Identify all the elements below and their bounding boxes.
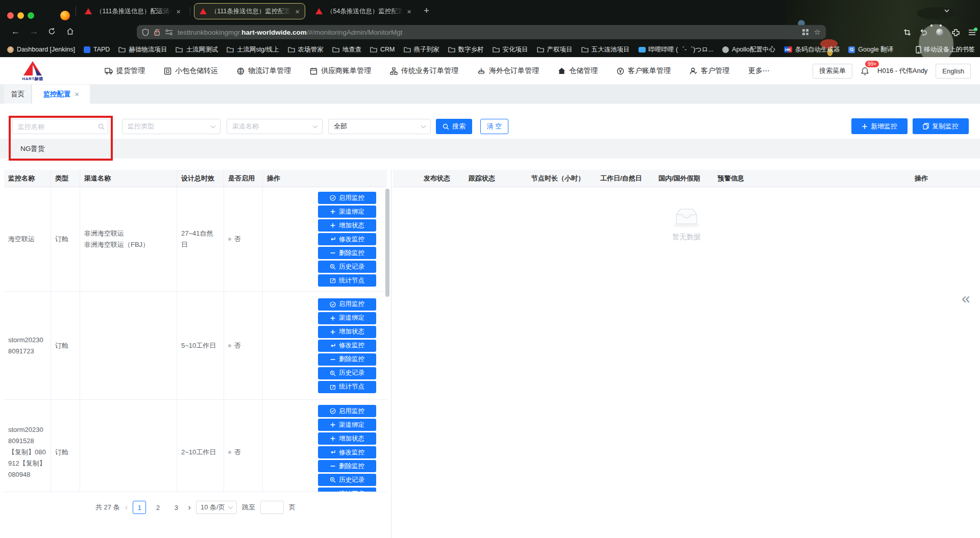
channel-bind-button[interactable]: 渠道绑定 bbox=[318, 419, 376, 431]
jump-to-page-input[interactable] bbox=[260, 501, 284, 514]
menu-hamburger-icon[interactable] bbox=[968, 29, 976, 36]
nav-item-warehouse[interactable]: 仓储管理 bbox=[558, 66, 598, 75]
extension-sphere-icon[interactable] bbox=[936, 29, 943, 36]
nav-item-traditional-orders[interactable]: 传统业务订单管理 bbox=[390, 66, 458, 75]
channel-bind-button[interactable]: 渠道绑定 bbox=[318, 206, 376, 218]
nav-item-more[interactable]: 更多⋯ bbox=[748, 66, 770, 75]
add-status-button[interactable]: 增加状态 bbox=[318, 219, 376, 232]
bookmark-folder[interactable]: 数字乡村 bbox=[448, 45, 484, 54]
nav-item-supplier-bills[interactable]: 供应商账单管理 bbox=[310, 66, 371, 75]
page-tab-monitor-config[interactable]: 监控配置 × bbox=[32, 85, 90, 104]
clear-button[interactable]: 清 空 bbox=[480, 119, 508, 134]
add-monitor-button[interactable]: 新增监控 bbox=[851, 118, 908, 134]
statistics-node-button[interactable]: 统计节点 bbox=[318, 381, 376, 393]
channel-bind-button[interactable]: 渠道绑定 bbox=[318, 312, 376, 324]
scope-select[interactable]: 全部 bbox=[328, 119, 431, 134]
minimize-window-button[interactable] bbox=[17, 12, 24, 19]
prev-page-icon[interactable]: ‹ bbox=[125, 502, 128, 513]
copy-monitor-button[interactable]: 复制监控 bbox=[913, 118, 969, 134]
browser-tab-3[interactable]: （54条推送信息）监控配置 - 赫 × bbox=[310, 3, 416, 19]
delete-monitor-button[interactable]: 删除监控 bbox=[318, 353, 376, 366]
bookmark-bilibili[interactable]: 哔哩哔哩 (゜-゜)つロ... bbox=[639, 45, 714, 54]
statistics-node-button[interactable]: 统计节点 bbox=[318, 274, 376, 287]
bookmark-folder[interactable]: 安化项目 bbox=[493, 45, 528, 54]
enable-monitor-button[interactable]: 启用监控 bbox=[318, 405, 376, 417]
mobile-bookmarks[interactable]: 移动设备上的书签 bbox=[916, 45, 975, 54]
add-status-button[interactable]: 增加状态 bbox=[318, 432, 376, 445]
history-button[interactable]: 历史记录 bbox=[318, 474, 376, 486]
modify-monitor-button[interactable]: 修改监控 bbox=[318, 233, 376, 245]
close-tab-icon[interactable]: × bbox=[176, 8, 181, 15]
channel-name-select[interactable]: 渠道名称 bbox=[227, 119, 323, 134]
history-button[interactable]: 历史记录 bbox=[318, 261, 376, 273]
close-tab-icon[interactable]: × bbox=[407, 8, 411, 15]
screenshot-crop-icon[interactable] bbox=[903, 29, 911, 36]
extensions-grid-icon[interactable] bbox=[802, 29, 809, 36]
modify-monitor-button[interactable]: 修改监控 bbox=[318, 340, 376, 352]
search-button[interactable]: 搜索 bbox=[436, 119, 472, 134]
bookmark-star-icon[interactable]: ☆ bbox=[814, 28, 821, 37]
bookmark-folder[interactable]: 土流网测试 bbox=[176, 45, 218, 54]
forward-button[interactable]: → bbox=[30, 27, 38, 37]
insecure-lock-icon[interactable] bbox=[154, 29, 160, 36]
bookmark-folder[interactable]: 产权项目 bbox=[537, 45, 573, 54]
puzzle-extensions-icon[interactable] bbox=[952, 29, 960, 36]
bookmark-jenkins[interactable]: Dashboard [Jenkins] bbox=[7, 46, 75, 53]
modify-monitor-button[interactable]: 修改监控 bbox=[318, 446, 376, 458]
bookmark-barcode[interactable]: HK条码自动生成器 bbox=[784, 45, 840, 54]
new-tab-button[interactable]: + bbox=[424, 5, 429, 16]
statistics-node-button[interactable]: 统计节点 bbox=[318, 488, 376, 492]
enable-monitor-button[interactable]: 启用监控 bbox=[318, 298, 376, 311]
nav-item-overseas-orders[interactable]: 海外仓订单管理 bbox=[477, 66, 539, 75]
bookmark-folder[interactable]: 土流网stg/线上 bbox=[227, 45, 279, 54]
page-size-select[interactable]: 10 条/页 bbox=[196, 501, 237, 514]
history-button[interactable]: 历史记录 bbox=[318, 367, 376, 379]
next-page-icon[interactable]: › bbox=[188, 502, 191, 513]
delete-monitor-button[interactable]: 删除监控 bbox=[318, 247, 376, 259]
page-number-3[interactable]: 3 bbox=[169, 501, 183, 514]
close-window-button[interactable] bbox=[7, 12, 14, 19]
delete-monitor-button[interactable]: 删除监控 bbox=[318, 460, 376, 472]
shield-icon[interactable] bbox=[142, 29, 149, 36]
close-tab-icon[interactable]: × bbox=[295, 8, 300, 15]
bookmark-folder[interactable]: 五大连池项目 bbox=[581, 45, 630, 54]
nav-item-customer-bills[interactable]: 客户账单管理 bbox=[617, 66, 671, 75]
hart-logo[interactable]: HART赫德 bbox=[18, 61, 47, 82]
nav-item-parcel-warehouse[interactable]: 小包仓储转运 bbox=[164, 66, 218, 75]
reload-button[interactable] bbox=[48, 28, 56, 35]
undo-arrow-icon[interactable] bbox=[920, 29, 927, 36]
nav-item-logistics-orders[interactable]: 物流订单管理 bbox=[237, 66, 291, 75]
browser-tab-2-active[interactable]: （111条推送信息）监控配置 - 赫 × bbox=[194, 3, 305, 19]
user-name[interactable]: H016 - 代伟Andy bbox=[877, 66, 927, 75]
page-number-1[interactable]: 1 bbox=[133, 501, 146, 514]
bookmark-folder[interactable]: 农场管家 bbox=[288, 45, 324, 54]
permissions-icon[interactable] bbox=[165, 29, 173, 35]
bookmark-folder[interactable]: 赫德物流项目 bbox=[118, 45, 167, 54]
add-status-button[interactable]: 增加状态 bbox=[318, 326, 376, 338]
enable-monitor-button[interactable]: 启用监控 bbox=[318, 192, 376, 204]
zoom-window-button[interactable] bbox=[28, 12, 34, 19]
list-all-tabs-chevron-icon[interactable] bbox=[943, 7, 950, 14]
table-row[interactable]: storm202308091528【复制】080912【复制】080948 订舱… bbox=[4, 400, 387, 492]
search-menu-button[interactable]: 搜索菜单 bbox=[813, 64, 852, 79]
page-number-2[interactable]: 2 bbox=[151, 501, 164, 514]
table-row[interactable]: storm202308091723 订舱 5~10工作日 否 启用监控 渠道绑定… bbox=[4, 292, 387, 400]
bookmark-folder[interactable]: 燕子到家 bbox=[404, 45, 439, 54]
sider-collapse-icon[interactable]: « bbox=[962, 291, 970, 306]
notifications[interactable]: 99+ bbox=[861, 67, 869, 75]
nav-item-customers[interactable]: 客户管理 bbox=[690, 66, 729, 75]
url-bar[interactable]: testtrunkbookingmgr.hart-worldwide.com/#… bbox=[137, 25, 826, 39]
bookmark-folder[interactable]: CRM bbox=[370, 46, 395, 53]
left-panel-scrollbar[interactable] bbox=[385, 188, 389, 491]
url-text[interactable]: testtrunkbookingmgr.hart-worldwide.com/#… bbox=[178, 29, 797, 36]
monitor-type-select[interactable]: 监控类型 bbox=[122, 119, 220, 134]
bookmark-folder[interactable]: 地查查 bbox=[332, 45, 362, 54]
scrollbar-thumb[interactable] bbox=[385, 189, 389, 297]
bookmark-apollo[interactable]: Apollo配置中心 bbox=[722, 45, 775, 54]
page-tab-home[interactable]: 首页 bbox=[4, 85, 32, 104]
nav-item-pickup[interactable]: 提货管理 bbox=[105, 66, 145, 75]
table-row[interactable]: 海空联运 订舱 非洲海空联运 非洲海空联运（FBJ） 27~41自然日 否 启用… bbox=[4, 187, 387, 292]
home-button[interactable] bbox=[66, 28, 74, 35]
browser-tab-1[interactable]: （111条推送信息）配运清单 - 赫 × bbox=[80, 3, 186, 19]
language-button[interactable]: English bbox=[936, 64, 971, 79]
